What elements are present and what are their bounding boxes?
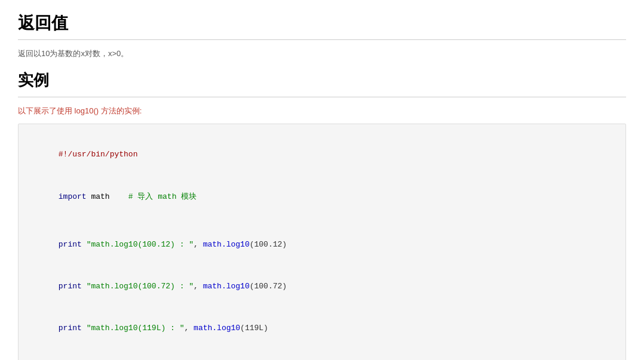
return-value-desc: 返回以10为基数的x对数，x>0。: [18, 48, 626, 59]
code-line-3: print "math.log10(119L) : ", math.log10(…: [30, 307, 614, 349]
example-section: 实例 以下展示了使用 log10() 方法的实例: #!/usr/bin/pyt…: [18, 70, 626, 360]
func-2: math.log10: [198, 282, 250, 291]
return-value-title: 返回值: [18, 12, 626, 35]
func-3: math.log10: [189, 324, 240, 333]
return-value-section: 返回值 返回以10为基数的x对数，x>0。: [18, 12, 626, 59]
string-3: "math.log10(119L) : ": [82, 324, 185, 333]
code-line-1: print "math.log10(100.12) : ", math.log1…: [30, 223, 614, 265]
divider-2: [18, 97, 626, 97]
example-title: 实例: [18, 70, 626, 91]
print-kw-2: print: [59, 282, 82, 291]
args-1: (100.12): [250, 240, 287, 249]
shebang-text: #!/usr/bin/python: [59, 150, 138, 159]
divider-1: [18, 39, 626, 40]
code-line-4: print "math.log10(math.pi) : ", math.log…: [30, 349, 614, 360]
args-3: (119L): [240, 324, 268, 333]
import-keyword: import: [59, 192, 87, 201]
func-1: math.log10: [198, 240, 250, 249]
code-empty-line: [30, 217, 614, 223]
print-kw-1: print: [59, 240, 82, 249]
import-comment: # 导入 math 模块: [110, 192, 197, 201]
code-shebang: #!/usr/bin/python: [30, 134, 614, 176]
code-line-2: print "math.log10(100.72) : ", math.log1…: [30, 266, 614, 307]
code-import: import math # 导入 math 模块: [30, 176, 614, 217]
print-kw-3: print: [59, 324, 82, 333]
code-block: #!/usr/bin/python import math # 导入 math …: [18, 124, 626, 360]
example-intro: 以下展示了使用 log10() 方法的实例:: [18, 106, 626, 116]
args-2: (100.72): [250, 282, 287, 291]
comma-1: ,: [194, 240, 198, 249]
string-1: "math.log10(100.12) : ": [82, 240, 194, 249]
string-2: "math.log10(100.72) : ": [82, 282, 194, 291]
comma-2: ,: [194, 282, 198, 291]
import-module: math: [87, 192, 110, 201]
